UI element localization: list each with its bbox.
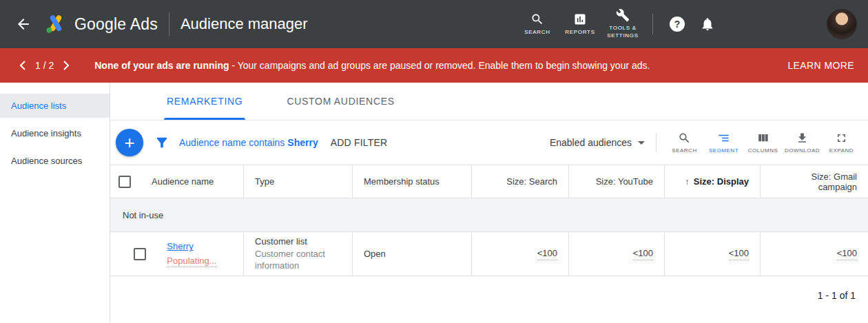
- sidebar-item-audience-lists[interactable]: Audience lists: [0, 94, 110, 118]
- expand-icon: [835, 132, 848, 145]
- audience-view-dropdown[interactable]: Enabled audiences: [550, 137, 645, 148]
- topbar-search-label: SEARCH: [524, 29, 550, 37]
- topbar-reports-button[interactable]: REPORTS: [559, 12, 601, 37]
- header-size-gmail[interactable]: Size: Gmail campaign: [761, 165, 868, 198]
- banner-prev-button[interactable]: [19, 61, 25, 70]
- chevron-right-icon: [63, 61, 70, 70]
- reports-icon: [573, 12, 587, 26]
- table-search-label: SEARCH: [672, 147, 696, 154]
- sidebar-item-audience-insights[interactable]: Audience insights: [0, 121, 110, 145]
- arrow-back-icon: [15, 16, 32, 32]
- tab-remarketing[interactable]: REMARKETING: [164, 83, 245, 120]
- cell-size-search: <100: [472, 232, 569, 275]
- cell-size-gmail: <100: [761, 232, 868, 275]
- filter-button[interactable]: [154, 135, 169, 150]
- notifications-button[interactable]: [700, 17, 715, 32]
- audience-view-value: Enabled audiences: [550, 137, 632, 148]
- table-row: Sherry Populating... Customer list Custo…: [110, 232, 868, 276]
- size-search-value: <100: [537, 247, 557, 261]
- audience-name-stack: Sherry Populating...: [167, 240, 216, 267]
- cell-audience-name: Sherry Populating...: [110, 232, 244, 275]
- topbar-divider: [169, 12, 169, 36]
- membership-value: Open: [364, 248, 460, 260]
- banner-message: None of your ads are running - Your camp…: [94, 59, 650, 72]
- topbar-divider-2: [652, 14, 653, 34]
- header-size-display[interactable]: ↑ Size: Display: [665, 165, 761, 198]
- segment-button[interactable]: SEGMENT: [704, 132, 743, 154]
- cell-membership-status: Open: [353, 232, 472, 275]
- audience-name-link[interactable]: Sherry: [167, 240, 216, 253]
- select-all-checkbox[interactable]: [118, 176, 131, 188]
- google-ads-logo-icon: [44, 13, 68, 35]
- page-title: Audience manager: [180, 15, 308, 33]
- header-type[interactable]: Type: [244, 165, 353, 198]
- sidebar-item-audience-sources[interactable]: Audience sources: [0, 149, 110, 173]
- brand-name: Google Ads: [74, 15, 158, 34]
- columns-icon: [756, 132, 769, 145]
- banner-pager-text: 1 / 2: [35, 60, 54, 71]
- help-button[interactable]: ?: [670, 17, 685, 32]
- table-search-button[interactable]: SEARCH: [665, 132, 704, 154]
- topbar-tools-label: TOOLS & SETTINGS: [604, 25, 641, 40]
- download-button[interactable]: DOWNLOAD: [783, 132, 822, 154]
- back-button[interactable]: [15, 16, 32, 32]
- main-area: Audience lists Audience insights Audienc…: [0, 83, 868, 323]
- table-header: Audience name Type Membership status Siz…: [110, 165, 868, 198]
- sort-ascending-icon: ↑: [685, 176, 690, 187]
- columns-button[interactable]: COLUMNS: [743, 132, 783, 154]
- chevron-left-icon: [19, 61, 25, 70]
- pagination-text: 1 - 1 of 1: [818, 290, 856, 301]
- tab-bar: REMARKETING CUSTOM AUDIENCES: [110, 83, 868, 121]
- size-gmail-value: <100: [837, 247, 857, 261]
- cell-size-display: <100: [665, 232, 761, 275]
- header-membership-status[interactable]: Membership status: [353, 165, 472, 198]
- learn-more-link[interactable]: LEARN MORE: [787, 60, 856, 71]
- populating-status: Populating...: [167, 255, 216, 267]
- content: REMARKETING CUSTOM AUDIENCES + Audience …: [110, 83, 868, 323]
- add-audience-button[interactable]: +: [116, 129, 143, 156]
- header-audience-name-label: Audience name: [152, 176, 214, 187]
- topbar-tools-button[interactable]: TOOLS & SETTINGS: [601, 8, 644, 40]
- chevron-down-icon: [638, 141, 645, 145]
- topbar: Google Ads Audience manager SEARCH REPOR…: [0, 0, 868, 48]
- search-icon: [530, 12, 544, 26]
- size-youtube-value: <100: [633, 247, 653, 261]
- header-size-youtube[interactable]: Size: YouTube: [569, 165, 665, 198]
- topbar-actions: SEARCH REPORTS TOOLS & SETTINGS ?: [516, 8, 857, 40]
- topbar-reports-label: REPORTS: [565, 29, 595, 37]
- expand-button[interactable]: EXPAND: [822, 132, 861, 154]
- add-filter-button[interactable]: ADD FILTER: [331, 137, 388, 148]
- size-display-value: <100: [729, 247, 749, 261]
- search-icon: [678, 132, 691, 145]
- section-label: Not in-use: [123, 210, 163, 220]
- header-size-search[interactable]: Size: Search: [472, 165, 569, 198]
- section-row-not-in-use: Not in-use: [110, 198, 868, 232]
- toolbar: + Audience name containsSherry ADD FILTE…: [110, 121, 868, 165]
- segment-label: SEGMENT: [709, 147, 738, 154]
- download-icon: [796, 132, 809, 145]
- tab-custom-audiences[interactable]: CUSTOM AUDIENCES: [284, 83, 397, 120]
- cell-type: Customer list Customer contact informati…: [244, 232, 353, 275]
- type-secondary: Customer contact information: [255, 248, 341, 272]
- segment-icon: [717, 132, 730, 145]
- avatar[interactable]: [827, 9, 857, 39]
- filter-chip-value: Sherry: [287, 137, 318, 148]
- google-ads-logo[interactable]: Google Ads: [44, 13, 158, 35]
- header-size-display-label: Size: Display: [694, 176, 749, 187]
- toolbar-divider: [656, 133, 657, 152]
- header-audience-name[interactable]: Audience name: [110, 165, 244, 198]
- row-checkbox[interactable]: [134, 248, 146, 260]
- sidebar: Audience lists Audience insights Audienc…: [0, 83, 110, 323]
- expand-label: EXPAND: [829, 147, 854, 154]
- active-filter-chip[interactable]: Audience name containsSherry: [179, 137, 318, 148]
- type-primary: Customer list: [255, 236, 341, 248]
- bell-icon: [700, 17, 715, 32]
- alert-banner: 1 / 2 None of your ads are running - You…: [0, 48, 868, 83]
- banner-next-button[interactable]: [63, 61, 70, 70]
- plus-icon: +: [124, 134, 134, 152]
- download-label: DOWNLOAD: [785, 147, 820, 154]
- banner-message-rest: - Your campaigns and ad groups are pause…: [229, 60, 650, 71]
- filter-icon: [154, 135, 169, 150]
- filter-chip-text: Audience name contains: [179, 137, 285, 148]
- topbar-search-button[interactable]: SEARCH: [516, 12, 559, 37]
